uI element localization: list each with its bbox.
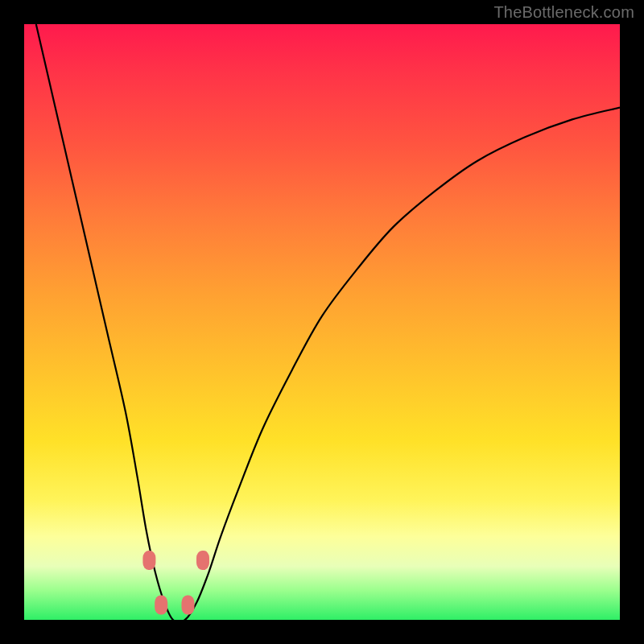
curve-line [36, 24, 620, 620]
plot-area [24, 24, 620, 620]
curve-marker [142, 551, 155, 570]
curve-markers [142, 551, 209, 615]
watermark-text: TheBottleneck.com [493, 3, 634, 22]
bottleneck-curve [24, 24, 620, 620]
chart-frame: TheBottleneck.com [0, 0, 644, 644]
curve-marker [155, 596, 167, 615]
curve-marker [196, 551, 209, 570]
curve-marker [182, 596, 195, 615]
